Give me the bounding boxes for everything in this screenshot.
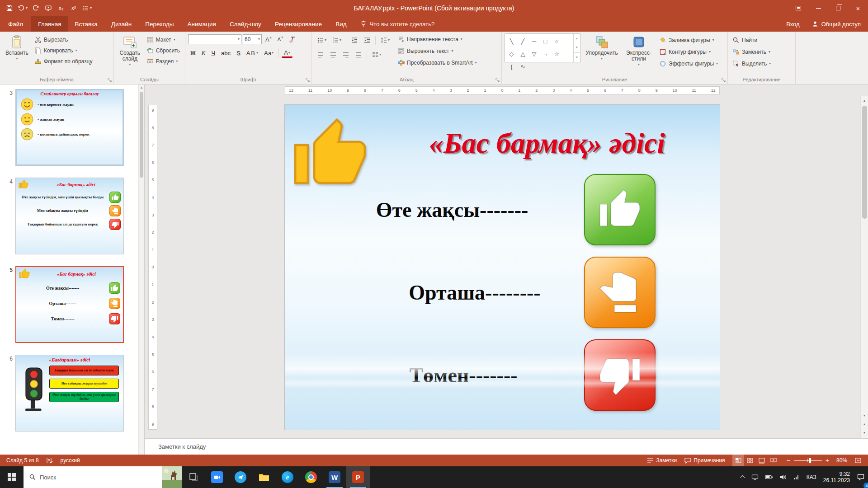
tab-animations[interactable]: Анимация [181, 16, 223, 32]
language-indicator[interactable]: КАЗ [803, 466, 820, 488]
slide-title[interactable]: «Бас бармақ» әдісі [380, 127, 714, 160]
taskbar-clock[interactable]: 9:32 26.11.2023 [820, 471, 854, 483]
search-highlight-image[interactable] [162, 466, 182, 488]
shapes-scroll-up-icon[interactable]: ▴ [574, 34, 580, 43]
comments-toggle-button[interactable]: Примечания [680, 455, 728, 466]
sign-in-button[interactable]: Вход [786, 21, 799, 28]
tab-slideshow[interactable]: Слайд-шоу [223, 16, 268, 32]
new-slide-dropdown-arrow-icon[interactable]: ▾ [129, 63, 131, 66]
normal-view-button[interactable] [732, 455, 744, 466]
zoom-in-button[interactable]: + [826, 457, 829, 464]
thumbnail-slide-4[interactable]: 4 «Бас бармақ» әдісі Өте жақсы түсіндім,… [3, 178, 144, 254]
shapes-scroll-down-icon[interactable]: ▾ [574, 43, 580, 52]
font-dialog-launcher-icon[interactable] [306, 78, 310, 83]
notes-toggle-button[interactable]: Заметки [643, 455, 680, 466]
superscript-button[interactable]: x² [68, 2, 80, 14]
fit-slide-button[interactable] [851, 455, 865, 466]
italic-button[interactable]: К [199, 48, 208, 58]
bullets-qat-button[interactable]: ▾ [80, 2, 93, 14]
qat-customize-arrow-icon[interactable]: ▾ [90, 6, 92, 10]
next-slide-button[interactable]: ▾ [863, 431, 865, 435]
tab-view[interactable]: Вид [329, 16, 353, 32]
thumbnail-panel-scrollbar[interactable]: ▴ [138, 84, 144, 455]
text-direction-button[interactable]: Направление текста ▾ [396, 34, 479, 44]
strikethrough-button[interactable]: abc [219, 48, 233, 58]
select-button[interactable]: Выделить ▾ [731, 59, 773, 69]
numbering-button[interactable]: ▾ [330, 35, 344, 45]
slide-row-label[interactable]: Өте жақсы------- [323, 198, 581, 222]
taskbar-chrome-icon[interactable] [299, 466, 323, 488]
slide-sorter-view-button[interactable] [744, 455, 756, 466]
arrange-button[interactable]: Упорядочить ▾ [583, 33, 620, 72]
thumb-scrollbar-handle[interactable] [140, 92, 143, 178]
arrange-arrow-icon[interactable]: ▾ [601, 57, 603, 61]
section-button[interactable]: Раздел ▾ [144, 56, 182, 66]
align-left-button[interactable] [315, 50, 326, 60]
thumb-up-green-icon[interactable] [584, 174, 656, 245]
bullets-button[interactable]: ▾ [315, 35, 329, 45]
align-right-button[interactable] [340, 50, 352, 60]
minimize-button[interactable] [808, 0, 828, 16]
tray-expand-button[interactable] [738, 466, 748, 488]
increase-indent-button[interactable] [361, 35, 373, 45]
find-button[interactable]: Найти [731, 35, 773, 45]
clipboard-dialog-launcher-icon[interactable] [108, 78, 112, 83]
copy-dropdown-arrow-icon[interactable]: ▾ [75, 49, 77, 52]
tab-design[interactable]: Дизайн [104, 16, 138, 32]
share-button[interactable]: Общий доступ [811, 20, 861, 28]
zoom-slider-knob[interactable] [809, 458, 811, 463]
slide-counter[interactable]: Слайд 5 из 8 [3, 455, 42, 466]
tab-file[interactable]: Файл [0, 16, 31, 32]
reset-button[interactable]: Сбросить [144, 45, 182, 56]
paste-dropdown-arrow-icon[interactable]: ▾ [16, 57, 18, 61]
align-text-button[interactable]: Выровнять текст ▾ [396, 46, 479, 56]
character-spacing-button[interactable]: АВ▾ [244, 48, 260, 58]
paste-button[interactable]: Вставить ▾ [3, 33, 31, 72]
slide-row-label[interactable]: Орташа-------- [346, 281, 604, 305]
quick-styles-button[interactable]: Экспресс-стили ▾ [623, 33, 655, 72]
close-button[interactable]: × [848, 0, 868, 16]
format-painter-button[interactable]: Формат по образцу [32, 56, 95, 66]
zoom-slider[interactable] [794, 460, 822, 461]
shape-fill-button[interactable]: Заливка фигуры ▾ [657, 35, 720, 45]
bold-button[interactable]: Ж [188, 48, 198, 58]
thumbnail-slide-6[interactable]: 6 «Бағдаршам» әдісі Тақырып бойынша әлі … [3, 355, 144, 432]
justify-button[interactable] [353, 50, 364, 60]
taskbar-search-box[interactable]: Поиск [24, 466, 182, 488]
font-name-combobox[interactable]: ▾ [188, 34, 241, 44]
font-name-dropdown-arrow-icon[interactable]: ▾ [236, 38, 240, 41]
shapes-gallery-scrollbar[interactable]: ▴ ▾ ▾ [573, 34, 580, 62]
cut-button[interactable]: Вырезать [32, 34, 95, 45]
language-button[interactable]: русский [57, 455, 84, 466]
zoom-level-button[interactable]: 80% [833, 455, 851, 466]
tell-me-box[interactable]: Что вы хотите сделать? [354, 16, 441, 32]
taskbar-word-icon[interactable]: W [323, 466, 346, 488]
taskbar-file-explorer-icon[interactable] [252, 466, 276, 488]
font-size-dropdown-arrow-icon[interactable]: ▾ [256, 38, 260, 41]
notes-pane[interactable]: Заметки к слайду [145, 438, 868, 455]
align-center-button[interactable] [327, 50, 339, 60]
shapes-gallery[interactable]: ╲╱─□○◇△▽→☆{∿ ▴ ▾ ▾ [505, 33, 580, 62]
scrollbar-handle[interactable] [862, 106, 867, 219]
taskbar-powerpoint-icon[interactable]: P [346, 466, 370, 488]
new-slide-button[interactable]: Создать слайд ▾ [117, 33, 143, 72]
zoom-out-button[interactable]: − [787, 457, 790, 464]
start-button[interactable] [0, 466, 24, 488]
tray-network-icon[interactable] [790, 466, 803, 488]
start-slideshow-button[interactable] [42, 2, 54, 14]
text-shadow-button[interactable]: S [234, 48, 243, 58]
section-dropdown-arrow-icon[interactable]: ▾ [176, 60, 178, 63]
grow-font-button[interactable]: А▴ [263, 34, 274, 44]
tab-review[interactable]: Рецензирование [268, 16, 329, 32]
paragraph-dialog-launcher-icon[interactable] [495, 78, 500, 83]
tray-battery-icon[interactable] [762, 466, 776, 488]
font-size-combobox[interactable]: 60▾ [243, 34, 262, 44]
thumb-down-red-icon[interactable] [584, 339, 656, 411]
scroll-up-icon[interactable]: ▴ [863, 96, 865, 105]
underline-button[interactable]: Ч [209, 48, 217, 58]
taskbar-telegram-icon[interactable] [229, 466, 252, 488]
shrink-font-button[interactable]: А▾ [275, 34, 285, 44]
redo-button[interactable] [30, 2, 42, 14]
scroll-down-icon[interactable]: ▾ [863, 413, 865, 418]
quick-styles-arrow-icon[interactable]: ▾ [638, 63, 640, 66]
